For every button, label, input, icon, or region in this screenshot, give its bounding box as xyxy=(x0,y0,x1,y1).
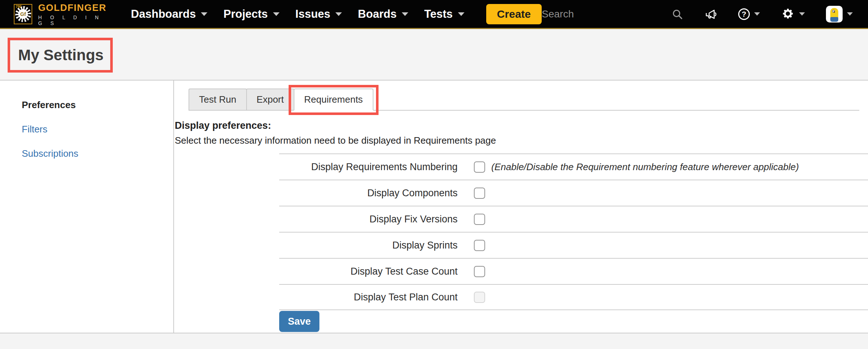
logo-monogram: Gf xyxy=(18,9,28,19)
megaphone-icon xyxy=(704,8,717,21)
nav-menu-dashboards[interactable]: Dashboards xyxy=(123,0,215,29)
user-menu[interactable] xyxy=(826,6,853,22)
main-panel: Test RunExportRequirements Display prefe… xyxy=(174,81,868,333)
search-box xyxy=(542,8,650,20)
chevron-down-icon xyxy=(335,12,342,16)
row-label: Display Components xyxy=(279,188,458,199)
tabs: Test RunExportRequirements xyxy=(189,89,859,111)
nav-menu-label: Projects xyxy=(223,8,268,21)
checkbox-display-requirements-numbering[interactable] xyxy=(474,161,485,173)
footer-strip xyxy=(0,333,868,349)
brand-subtitle: H O L D I N G S xyxy=(38,15,112,26)
create-button[interactable]: Create xyxy=(486,4,542,24)
brand-text: GOLDFINGER H O L D I N G S xyxy=(38,2,112,26)
nav-menu-projects[interactable]: Projects xyxy=(215,0,287,29)
tab-export[interactable]: Export xyxy=(246,89,294,111)
row-label: Display Test Plan Count xyxy=(279,292,458,303)
chevron-down-icon xyxy=(458,12,464,16)
row-label: Display Fix Versions xyxy=(279,214,458,225)
settings-menu[interactable] xyxy=(781,7,805,21)
tab-requirements[interactable]: Requirements xyxy=(294,89,373,111)
nav-menu-label: Dashboards xyxy=(131,8,196,21)
sidebar-heading-preferences: Preferences xyxy=(22,99,173,111)
chevron-down-icon xyxy=(402,12,408,16)
gear-icon xyxy=(781,7,795,21)
chevron-down-icon xyxy=(201,12,207,16)
nav-menu-label: Boards xyxy=(358,8,397,21)
sidebar-item-filters[interactable]: Filters xyxy=(22,124,173,135)
checkbox-display-components[interactable] xyxy=(474,188,485,199)
content-area: Preferences FiltersSubscriptions Test Ru… xyxy=(0,81,868,333)
pref-row-display-components: Display Components xyxy=(279,180,868,206)
nav-menu-boards[interactable]: Boards xyxy=(350,0,416,29)
row-label: Display Requirements Numbering xyxy=(279,161,458,173)
page-header: My Settings xyxy=(0,29,868,81)
tab-label: Export xyxy=(257,94,284,105)
chevron-down-icon xyxy=(799,12,805,16)
section-description: Select the necessary information need to… xyxy=(175,135,868,146)
help-icon: ? xyxy=(738,8,750,20)
tab-test-run[interactable]: Test Run xyxy=(189,89,247,111)
nav-menu-label: Issues xyxy=(295,8,331,21)
nav-menu-tests[interactable]: Tests xyxy=(416,0,472,29)
top-navbar: 79F Gf GOLDFINGER H O L D I N G S Dashbo… xyxy=(0,0,868,29)
sidebar-links: FiltersSubscriptions xyxy=(22,124,173,159)
preferences-table: Display Requirements Numbering(Enable/Di… xyxy=(279,153,868,310)
checkbox-display-sprints[interactable] xyxy=(474,240,485,251)
pref-row-display-fix-versions: Display Fix Versions xyxy=(279,206,868,232)
row-label: Display Sprints xyxy=(279,240,458,251)
save-button[interactable]: Save xyxy=(279,311,319,332)
pref-row-display-test-plan-count: Display Test Plan Count xyxy=(279,284,868,310)
nav-menu-issues[interactable]: Issues xyxy=(288,0,350,29)
chevron-down-icon xyxy=(754,12,760,16)
brand-name: GOLDFINGER xyxy=(38,2,112,13)
navbar-right: ? xyxy=(542,6,868,22)
annotation-highlight-box: My Settings xyxy=(8,38,113,73)
checkbox-display-test-plan-count xyxy=(474,292,485,303)
logo-badge-small-text: 79F xyxy=(16,5,22,9)
section-title: Display preferences: xyxy=(175,120,868,131)
pref-row-display-test-case-count: Display Test Case Count xyxy=(279,258,868,284)
nav-menu-label: Tests xyxy=(424,8,453,21)
tab-label: Requirements xyxy=(304,94,363,105)
minion-avatar-image xyxy=(830,8,838,22)
page-title: My Settings xyxy=(10,46,104,64)
logo-badge: 79F Gf xyxy=(14,4,32,24)
pref-row-display-sprints: Display Sprints xyxy=(279,232,868,258)
chevron-down-icon xyxy=(273,12,280,16)
checkbox-display-fix-versions[interactable] xyxy=(474,214,485,225)
nav-menus: DashboardsProjectsIssuesBoardsTests xyxy=(123,0,472,29)
chevron-down-icon xyxy=(847,12,853,16)
search-icon xyxy=(671,8,683,20)
search-input[interactable] xyxy=(542,8,650,20)
app-logo[interactable]: 79F Gf GOLDFINGER H O L D I N G S xyxy=(14,2,112,26)
sidebar: Preferences FiltersSubscriptions xyxy=(0,81,174,333)
checkbox-display-test-case-count[interactable] xyxy=(474,266,485,277)
row-note: (Enable/Disable the Requirement numberin… xyxy=(491,161,799,173)
avatar xyxy=(826,6,843,22)
search-submit[interactable] xyxy=(671,8,683,20)
tab-label: Test Run xyxy=(199,94,236,105)
row-label: Display Test Case Count xyxy=(279,266,458,277)
sidebar-item-subscriptions[interactable]: Subscriptions xyxy=(22,148,173,159)
pref-row-display-requirements-numbering: Display Requirements Numbering(Enable/Di… xyxy=(279,153,868,180)
help-menu[interactable]: ? xyxy=(738,8,760,20)
announcements-button[interactable] xyxy=(704,8,717,21)
